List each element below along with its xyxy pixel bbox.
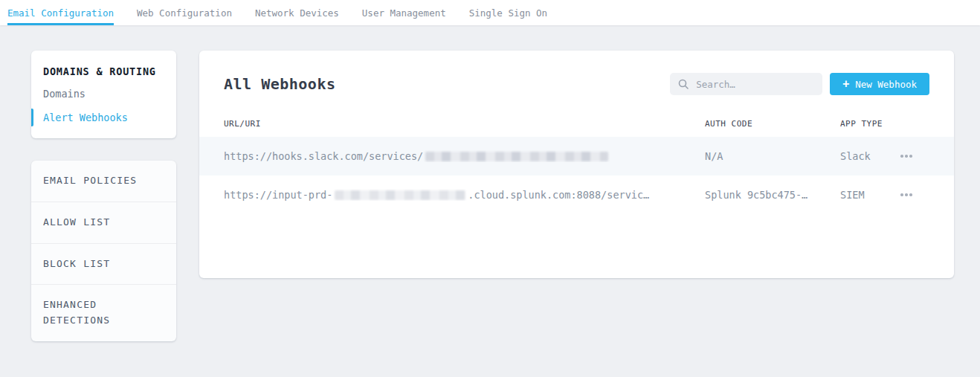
search-input[interactable] [694, 78, 814, 91]
policy-sections-card: EMAIL POLICIES ALLOW LIST BLOCK LIST ENH… [31, 161, 176, 341]
tab-user-management[interactable]: User Management [362, 0, 446, 25]
redacted-url-segment [425, 152, 608, 161]
page-body: DOMAINS & ROUTING Domains Alert Webhooks… [0, 25, 980, 341]
sidebar-item-block-list[interactable]: BLOCK LIST [31, 243, 176, 285]
auth-code-cell: N/A [705, 150, 840, 162]
tab-web-configuration[interactable]: Web Configuration [137, 0, 232, 25]
sidebar-item-enhanced-detections[interactable]: ENHANCED DETECTIONS [31, 284, 176, 341]
url-cell: https://hooks.slack.com/services/ [224, 150, 705, 162]
domains-routing-card: DOMAINS & ROUTING Domains Alert Webhooks [31, 51, 176, 138]
app-type-cell: SIEM [840, 189, 897, 201]
page-title: All Webhooks [224, 75, 336, 93]
app-type-cell: Slack [840, 150, 897, 162]
sidebar-item-email-policies[interactable]: EMAIL POLICIES [31, 161, 176, 202]
ellipsis-dot [909, 155, 912, 158]
url-prefix: https://hooks.slack.com/services/ [224, 150, 423, 162]
webhooks-panel: All Webhooks + New Webhook URL/URI AU [199, 51, 954, 278]
tab-network-devices[interactable]: Network Devices [255, 0, 339, 25]
sidebar-item-allow-list[interactable]: ALLOW LIST [31, 202, 176, 243]
column-header-url: URL/URI [224, 119, 705, 129]
sidebar: DOMAINS & ROUTING Domains Alert Webhooks… [31, 51, 176, 341]
tab-email-configuration[interactable]: Email Configuration [7, 0, 114, 25]
domains-routing-heading: DOMAINS & ROUTING [31, 65, 176, 82]
table-row[interactable]: https://hooks.slack.com/services/ N/A Sl… [199, 137, 954, 175]
table-header-row: URL/URI AUTH CODE APP TYPE [199, 110, 954, 137]
url-cell: https://input-prd- .cloud.splunk.com:808… [224, 189, 705, 201]
url-suffix: .cloud.splunk.com:8088/servic… [468, 189, 649, 201]
new-webhook-button[interactable]: + New Webhook [830, 73, 929, 95]
sidebar-item-alert-webhooks[interactable]: Alert Webhooks [31, 106, 176, 129]
row-menu-ellipsis-button[interactable] [897, 150, 915, 162]
ellipsis-dot [900, 193, 903, 196]
url-prefix: https://input-prd- [224, 189, 332, 201]
redacted-url-segment [335, 190, 465, 200]
ellipsis-dot [905, 155, 908, 158]
search-icon [678, 79, 689, 89]
ellipsis-dot [900, 155, 903, 158]
table-row[interactable]: https://input-prd- .cloud.splunk.com:808… [199, 175, 954, 214]
ellipsis-dot [905, 193, 908, 196]
auth-code-cell: Splunk 9c5bc475-… [705, 189, 840, 201]
column-header-auth-code: AUTH CODE [705, 119, 840, 129]
sidebar-item-domains[interactable]: Domains [31, 82, 176, 106]
sidebar-item-label: Alert Webhooks [43, 112, 128, 123]
new-webhook-label: New Webhook [855, 79, 917, 90]
header-actions: + New Webhook [670, 73, 929, 95]
ellipsis-dot [909, 193, 912, 196]
webhooks-table: URL/URI AUTH CODE APP TYPE https://hooks… [199, 110, 954, 214]
panel-header: All Webhooks + New Webhook [199, 51, 954, 110]
column-header-app-type: APP TYPE [840, 119, 897, 129]
active-indicator-bar [31, 109, 33, 126]
tab-single-sign-on[interactable]: Single Sign On [469, 0, 547, 25]
plus-icon: + [842, 79, 849, 90]
row-menu-ellipsis-button[interactable] [897, 189, 915, 201]
top-navigation: Email Configuration Web Configuration Ne… [0, 0, 980, 25]
search-box[interactable] [670, 73, 822, 95]
